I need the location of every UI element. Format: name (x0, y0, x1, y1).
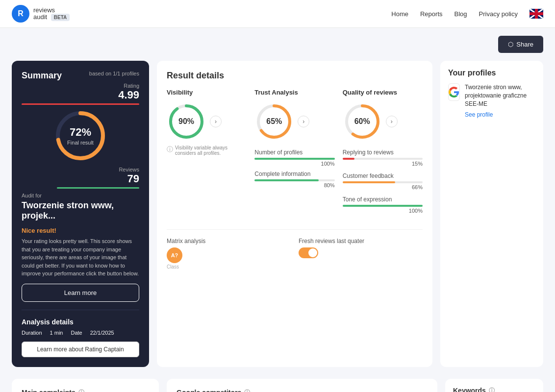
audit-for-label: Audit for (22, 193, 139, 198)
replying-fill (343, 158, 354, 160)
nav-privacy[interactable]: Privacy policy (479, 10, 518, 18)
logo-icon: R (12, 5, 29, 23)
complaints-info-icon[interactable]: ⓘ (78, 389, 84, 392)
trust-block: Trust Analysis 65% › Number of profiles (254, 89, 334, 220)
quality-title: Quality of reviews (343, 89, 423, 96)
beta-badge: BETA (51, 14, 70, 21)
fresh-reviews-block: Fresh reviews last quater (299, 238, 423, 270)
based-on: based on 1/1 profiles (89, 71, 139, 76)
visibility-next[interactable]: › (210, 116, 222, 127)
tone-pct: 100% (343, 208, 423, 214)
feedback-fill (343, 181, 396, 183)
visibility-title: Visibility (167, 89, 247, 96)
reviews-value: 79 (119, 172, 139, 185)
feedback-pct: 66% (343, 184, 423, 190)
visibility-nav: 90% › (167, 102, 247, 141)
tone-bar (343, 205, 423, 207)
analysis-details-title: Analysis details (22, 318, 139, 326)
matrix-sublabel: Class (167, 264, 291, 270)
profiles-pct: 100% (254, 161, 334, 167)
audit-name: Tworzenie stron www, projek... (22, 200, 139, 221)
replying-pct: 15% (343, 161, 423, 167)
google-icon (448, 83, 460, 101)
feedback-label: Customer feedback (343, 172, 423, 179)
complete-label: Complete information (254, 171, 334, 177)
visibility-pct: 90% (178, 117, 194, 126)
toggle-circle (308, 248, 317, 257)
result-text: Your rating looks pretty well. This scor… (22, 237, 139, 278)
share-icon: ⬡ (508, 41, 513, 48)
trust-nav: 65% › (254, 102, 334, 141)
learn-more-button[interactable]: Learn more (22, 284, 139, 302)
replying-label: Replying to reviews (343, 149, 423, 156)
matrix-block: Matrix analysis A? Class (167, 238, 291, 270)
tone-label: Tone of expression (343, 196, 423, 203)
visibility-block: Visibility 90% › ⓘ Visibility variable a… (167, 89, 247, 220)
see-profile-link[interactable]: See profile (465, 111, 493, 118)
language-flag[interactable] (530, 9, 543, 19)
profiles-metric: Number of profiles 100% (254, 149, 334, 167)
analysis-details: Analysis details Duration 1 min Date 22/… (22, 310, 139, 357)
duration-value: 1 min (50, 330, 63, 336)
visibility-note: ⓘ Visibility variable always considers a… (167, 145, 247, 156)
nav-home[interactable]: Home (391, 10, 408, 18)
feedback-bar (343, 181, 423, 183)
quality-pct: 60% (354, 117, 370, 126)
complaints-card: Main complaints ⓘ 🛍 Product 0% 🚗 Deliver… (12, 379, 159, 392)
profile-item: Tworzenie stron www, projektowanie grafi… (448, 83, 535, 118)
trust-title: Trust Analysis (254, 89, 334, 96)
final-label: Final result (67, 140, 94, 146)
result-details-title: Result details (167, 71, 423, 81)
complete-bar (254, 179, 334, 181)
quality-sub: Replying to reviews 15% Customer feedbac… (343, 149, 423, 214)
logo: R reviews audit BETA (12, 5, 70, 23)
keywords-card: Keywords ⓘ 👍 firmę każdemu kto ... ific … (445, 379, 543, 392)
final-pct: 72% (67, 126, 94, 139)
trust-sub: Number of profiles 100% Complete informa… (254, 149, 334, 188)
profile-info: Tworzenie stron www, projektowanie grafi… (465, 83, 535, 118)
rating-value: 4.99 (118, 89, 139, 101)
rating-label: Rating (118, 83, 139, 89)
big-circle: 72% Final result (53, 109, 107, 163)
learn-rating-button[interactable]: Learn more about Rating Captain (22, 342, 139, 357)
tone-fill (343, 205, 423, 207)
trust-pct: 65% (266, 117, 282, 126)
logo-text: reviews audit BETA (33, 7, 70, 21)
date-value: 22/1/2025 (90, 330, 114, 336)
toolbar: ⬡ Share (0, 28, 555, 57)
trust-circle: 65% (254, 102, 294, 141)
profiles-fill (254, 158, 334, 160)
nav-blog[interactable]: Blog (454, 10, 467, 18)
competitors-info-icon[interactable]: ⓘ (244, 389, 250, 392)
keywords-title: Keywords ⓘ (453, 387, 535, 392)
fresh-reviews-toggle[interactable] (299, 247, 318, 258)
replying-bar (343, 158, 423, 160)
visibility-circle: 90% (167, 102, 206, 141)
tone-metric: Tone of expression 100% (343, 196, 423, 214)
profiles-title: Your profiles (448, 69, 535, 77)
reviews-row: Reviews 79 (22, 167, 139, 185)
fresh-reviews: Fresh reviews last quater (299, 238, 423, 260)
share-button[interactable]: ⬡ Share (498, 36, 543, 53)
trust-next[interactable]: › (298, 116, 309, 127)
logo-reviews: reviews audit BETA (33, 7, 70, 21)
profiles-card: Your profiles Tworzenie stron www, proje… (440, 61, 543, 367)
summary-card: Summary based on 1/1 profiles Rating 4.9… (12, 61, 149, 367)
quality-circle: 60% (343, 102, 382, 141)
profile-name: Tworzenie stron www, projektowanie grafi… (465, 83, 535, 108)
reviews-bar (57, 187, 139, 189)
quality-next[interactable]: › (386, 116, 398, 127)
competitors-card: Google competitors ⓘ ITTmedia telecom ★ … (167, 379, 437, 392)
complete-pct: 80% (254, 182, 334, 188)
duration-label: Duration (22, 330, 42, 336)
date-label: Date (71, 330, 82, 336)
main-nav: Home Reports Blog Privacy policy (391, 9, 543, 19)
fresh-reviews-title: Fresh reviews last quater (299, 238, 423, 245)
analysis-row: Duration 1 min Date 22/1/2025 (22, 330, 139, 336)
bottom-row: Main complaints ⓘ 🛍 Product 0% 🚗 Deliver… (0, 379, 555, 392)
nav-reports[interactable]: Reports (420, 10, 443, 18)
quality-block: Quality of reviews 60% › Replyin (343, 89, 423, 220)
matrix-value: A? (167, 247, 182, 263)
keywords-info-icon[interactable]: ⓘ (489, 387, 495, 392)
feedback-metric: Customer feedback 66% (343, 172, 423, 190)
